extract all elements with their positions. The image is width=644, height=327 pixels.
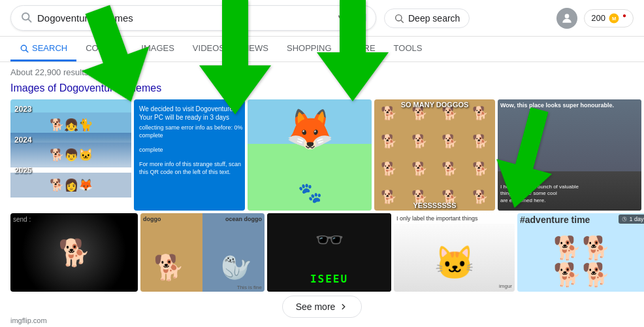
bottom-source: imgflip.com [10, 317, 47, 324]
doggo-label: doggo [143, 216, 161, 222]
meme-bsod[interactable]: We decided to visit Dogoventures. Your P… [134, 99, 245, 211]
cat-caption: I only label the important things [394, 213, 515, 224]
svg-line-1 [28, 19, 31, 22]
meme-dark-doge[interactable]: 🐕 send : [10, 213, 138, 292]
meme-adventure-honor[interactable]: Wow, this place looks super honourable. … [498, 99, 641, 211]
send-label: send : [13, 216, 31, 223]
tab-shopping-label: SHOPPING [287, 43, 332, 53]
tab-images-label: IMAGES [141, 43, 174, 53]
nav-tabs: SEARCH COPILOT IMAGES VIDEOS NEWS SHOPPI… [0, 37, 644, 62]
svg-text:M: M [612, 16, 616, 22]
svg-line-13 [26, 50, 28, 52]
meme-baldi[interactable]: 🦊 🐾 [248, 99, 372, 211]
tab-news[interactable]: NEWS [234, 37, 278, 61]
deep-search-button[interactable]: Deep search [384, 9, 470, 28]
tab-more-label: MORE [350, 43, 376, 53]
svg-point-6 [358, 15, 362, 20]
header-right: 200 M ● [556, 8, 634, 29]
images-section-title[interactable]: Images of Dogoventures Memes [10, 82, 634, 94]
time-label: 1 day ago [619, 215, 644, 224]
meme-many-doges[interactable]: 🐕 🐕 🐕 🐕 🐕 🐕 🐕 🐕 🐕 🐕 🐕 🐕 🐕 🐕 🐕 🐕 SO MANY … [374, 99, 495, 211]
results-area: About 22,900 results Images of Dogoventu… [0, 62, 644, 323]
svg-rect-2 [341, 12, 344, 18]
svg-point-7 [396, 14, 402, 20]
tab-images[interactable]: IMAGES [132, 37, 184, 61]
meme-white-cat[interactable]: I only label the important things imgur … [394, 213, 515, 292]
reward-count: 200 [591, 13, 605, 23]
svg-point-9 [565, 14, 570, 18]
meme-iseeu[interactable]: ISEEU 🕶️ [267, 213, 391, 292]
meme-ocean-doge[interactable]: doggo ocean doggo 🐕 🦭 This is fine [140, 213, 265, 292]
avatar[interactable] [556, 8, 577, 29]
svg-rect-5 [355, 13, 366, 22]
svg-line-16 [624, 219, 626, 220]
tab-search-label: SEARCH [32, 43, 67, 53]
tab-videos-label: VIDEOS [193, 43, 225, 53]
reward-badge[interactable]: 200 M ● [584, 9, 634, 27]
many-doges-bottom-text: YESSSSSSS [374, 201, 495, 209]
tab-copilot-label: COPILOT [86, 43, 123, 53]
iseeu-text: ISEEU [310, 273, 348, 285]
search-icon [20, 11, 32, 26]
image-row-1: 2023 2024 2025 🐕👧🐈 🐕👦🐱 🐕👩🦊 We decided to… [10, 99, 634, 211]
honor-text: Wow, this place looks super honourable. [500, 102, 614, 110]
mic-icon[interactable] [336, 10, 348, 26]
bsod-text: We decided to visit Dogoventures. Your P… [139, 105, 245, 176]
this-is-fine-label: This is fine [237, 284, 262, 290]
camera-icon[interactable] [353, 10, 366, 26]
tab-copilot[interactable]: COPILOT [76, 37, 132, 61]
tab-tools-label: TOOLS [394, 43, 423, 53]
cat-source: imgur [499, 283, 512, 289]
tab-search[interactable]: SEARCH [10, 37, 76, 61]
deep-search-label: Deep search [408, 13, 460, 24]
many-doges-top-text: SO MANY DOGGOS [374, 101, 495, 109]
tab-videos[interactable]: VIDEOS [184, 37, 234, 61]
meme-years[interactable]: 2023 2024 2025 🐕👧🐈 🐕👦🐱 🐕👩🦊 [10, 99, 131, 211]
tab-shopping[interactable]: SHOPPING [278, 37, 341, 61]
results-count: About 22,900 results [10, 67, 634, 77]
see-more-container: See more [10, 296, 634, 318]
meme-adventure-time[interactable]: #adventure time 1 day ago 🐕🐕🐕🐕 [517, 213, 644, 292]
svg-line-8 [401, 20, 404, 23]
tab-news-label: NEWS [243, 43, 268, 53]
header: Deep search 200 M ● [0, 0, 644, 37]
adventure-time-caption: #adventure time [520, 215, 590, 225]
see-more-button[interactable]: See more [282, 296, 362, 318]
honor-subtext: I hope there's a bunch of valuable thing… [500, 184, 579, 204]
tab-tools[interactable]: TOOLS [385, 37, 432, 61]
search-input[interactable] [37, 12, 331, 24]
image-row-2: 🐕 send : doggo ocean doggo 🐕 🦭 This is f… [10, 213, 634, 292]
tab-more[interactable]: MORE [341, 37, 385, 61]
ocean-doggo-label: ocean doggo [225, 216, 262, 222]
see-more-label: See more [296, 301, 336, 312]
search-bar[interactable] [10, 5, 376, 31]
